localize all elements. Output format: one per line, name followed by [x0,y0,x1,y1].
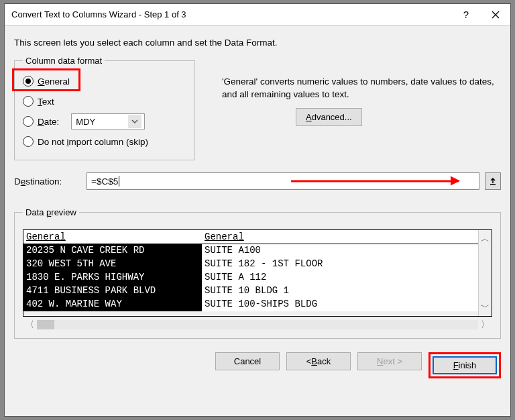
help-button[interactable]: ? [451,4,481,25]
scroll-up-icon: ︿ [481,233,490,245]
button-bar: Cancel < Back Next > Finish [14,352,501,378]
preview-cell: 4711 BUSINESS PARK BLVD [23,284,202,298]
date-format-value: MDY [76,117,95,127]
annotation-arrow [291,180,459,182]
wizard-dialog: Convert Text to Columns Wizard - Step 1 … [4,3,511,417]
chevron-down-icon [128,115,141,128]
annotation-highlight-finish: Finish [428,352,501,378]
finish-button[interactable]: Finish [433,356,497,374]
collapse-dialog-button[interactable] [485,172,501,190]
preview-cell: SUITE 100-SHIPS BLDG [202,298,478,311]
radio-icon [23,136,34,147]
close-icon [492,11,500,19]
scroll-down-icon: ﹀ [481,301,490,313]
preview-col1-header: General [23,230,202,244]
radio-skip[interactable]: Do not import column (skip) [23,132,186,152]
close-button[interactable] [481,4,510,25]
back-button[interactable]: < Back [286,352,351,370]
preview-cell: 402 W. MARINE WAY [23,298,202,311]
preview-column-2[interactable]: General SUITE A100 SUITE 182 - 1ST FLOOR… [202,230,478,316]
scroll-thumb[interactable] [37,320,54,329]
format-description: 'General' converts numeric values to num… [209,76,501,101]
preview-legend: Data preview [23,207,79,217]
column-format-legend: Column data format [23,56,105,66]
radio-icon [23,116,34,127]
radio-date[interactable]: Date: MDY [23,111,186,132]
destination-value: =$C$5 [91,176,118,187]
column-data-format-group: Column data format General Text Date: MD… [14,56,195,160]
preview-column-1[interactable]: General 20235 N CAVE CREEK RD 320 WEST 5… [23,230,202,316]
destination-input[interactable]: =$C$5 [87,172,479,190]
preview-col2-header: General [202,230,478,244]
preview-table[interactable]: General 20235 N CAVE CREEK RD 320 WEST 5… [23,229,492,317]
scroll-right-icon: 〉 [481,319,490,331]
dialog-title: Convert Text to Columns Wizard - Step 1 … [11,9,451,19]
advanced-button[interactable]: Advanced... [296,108,362,126]
preview-cell: SUITE 10 BLDG 1 [202,284,478,298]
radio-text[interactable]: Text [23,91,186,111]
scroll-left-icon: 〈 [25,319,34,331]
preview-cell: SUITE 182 - 1ST FLOOR [202,258,478,271]
preview-cell: 1830 E. PARKS HIGHWAY [23,271,202,284]
date-format-combo[interactable]: MDY [71,113,145,129]
data-preview-group: Data preview General 20235 N CAVE CREEK … [14,207,501,339]
radio-general[interactable]: General [23,71,186,91]
preview-cell: 20235 N CAVE CREEK RD [23,244,202,258]
preview-cell: SUITE A100 [202,244,478,258]
destination-label: Destination: [14,176,81,187]
cancel-button[interactable]: Cancel [215,352,280,370]
next-button: Next > [357,352,422,370]
preview-cell: SUITE A 112 [202,271,478,284]
radio-icon [23,96,34,107]
screen-description: This screen lets you select each column … [14,38,501,48]
radio-icon [23,76,34,87]
collapse-icon [489,177,497,185]
preview-cell: 320 WEST 5TH AVE [23,258,202,271]
preview-horizontal-scrollbar[interactable]: 〈 〉 [23,318,492,331]
preview-vertical-scrollbar[interactable]: ︿ ﹀ [478,230,492,316]
titlebar: Convert Text to Columns Wizard - Step 1 … [5,4,510,25]
